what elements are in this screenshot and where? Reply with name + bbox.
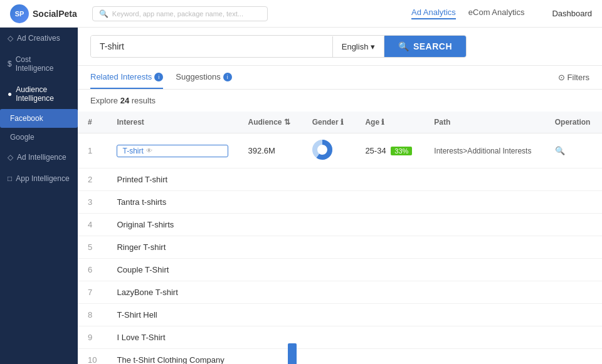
top-search-bar[interactable]: 🔍 Keyword, app name, package name, text.… bbox=[92, 6, 268, 21]
interest-cell: Tantra t-shirts bbox=[107, 191, 238, 214]
interest-cell: T-Shirt Hell bbox=[107, 304, 238, 326]
table-container: # Interest Audience ⇅ Gender ℹ Age ℹ Pat… bbox=[78, 112, 602, 364]
interest-cell: The t-Shirt Clothing Company bbox=[107, 349, 238, 365]
chevron-down-icon: ▾ bbox=[371, 42, 375, 51]
sidebar-label-app-intelligence: App Intelligence bbox=[16, 174, 69, 183]
interest-cell: Printed T-shirt bbox=[107, 169, 238, 191]
table-row: 3 Tantra t-shirts bbox=[78, 191, 602, 214]
sidebar-item-ad-intelligence[interactable]: ◇ Ad Intelligence bbox=[0, 147, 78, 168]
sidebar: ◇ Ad Creatives $ Cost Intelligence ● Aud… bbox=[0, 28, 78, 364]
row-num: 4 bbox=[78, 214, 107, 236]
sidebar-item-ad-creatives[interactable]: ◇ Ad Creatives bbox=[0, 28, 78, 49]
sidebar-item-cost-intelligence[interactable]: $ Cost Intelligence bbox=[0, 49, 78, 79]
search-op-icon[interactable]: 🔍 bbox=[555, 146, 565, 155]
row-num: 6 bbox=[78, 259, 107, 281]
table-row: 5 Ringer T-shirt bbox=[78, 236, 602, 259]
row-num: 10 bbox=[78, 349, 107, 365]
results-header: Explore 24 results bbox=[78, 90, 602, 112]
col-header-path: Path bbox=[424, 112, 544, 133]
language-selector[interactable]: English ▾ bbox=[332, 36, 385, 57]
filters-label: Filters bbox=[568, 73, 589, 82]
table-row: 2 Printed T-shirt bbox=[78, 169, 602, 191]
logo-text: SocialPeta bbox=[33, 9, 77, 19]
square-icon: □ bbox=[8, 174, 12, 183]
col-header-num: # bbox=[78, 112, 107, 133]
sidebar-label-audience-intelligence: Audience Intelligence bbox=[16, 85, 70, 103]
diamond-icon: ◇ bbox=[8, 34, 13, 43]
table-row: 8 T-Shirt Hell bbox=[78, 304, 602, 326]
row-num: 5 bbox=[78, 236, 107, 259]
tab-related-interests-label: Related Interests bbox=[90, 72, 152, 81]
content-area: English ▾ 🔍 SEARCH Related Interests i S… bbox=[78, 28, 602, 364]
search-section: English ▾ 🔍 SEARCH bbox=[78, 28, 602, 66]
sidebar-label-google: Google bbox=[10, 133, 34, 142]
search-icon: 🔍 bbox=[398, 41, 409, 51]
col-header-operation: Operation bbox=[545, 112, 602, 133]
sidebar-label-facebook: Facebook bbox=[10, 114, 43, 123]
filters-button[interactable]: ⊙ Filters bbox=[558, 73, 589, 82]
nav-links: Ad Analytics eCom Analytics bbox=[411, 8, 524, 19]
nav-ad-analytics[interactable]: Ad Analytics bbox=[411, 8, 456, 19]
main-layout: ◇ Ad Creatives $ Cost Intelligence ● Aud… bbox=[0, 28, 602, 364]
interest-cell: Ringer T-shirt bbox=[107, 236, 238, 259]
row-num: 8 bbox=[78, 304, 107, 326]
language-value: English bbox=[342, 42, 369, 51]
col-header-interest: Interest bbox=[107, 112, 238, 133]
table-row: 4 Original T-shirts bbox=[78, 214, 602, 236]
audience-value: 392.6M bbox=[238, 133, 302, 169]
interest-cell: Couple T-Shirt bbox=[107, 259, 238, 281]
search-button-label: SEARCH bbox=[413, 41, 452, 51]
row-num: 1 bbox=[78, 133, 107, 169]
sidebar-item-audience-intelligence[interactable]: ● Audience Intelligence bbox=[0, 79, 78, 109]
path-value: Interests>Additional Interests bbox=[424, 133, 544, 169]
interest-name: T-shirt bbox=[122, 147, 143, 155]
table-row: 6 Couple T-Shirt bbox=[78, 259, 602, 281]
logo: SP SocialPeta bbox=[10, 4, 77, 23]
table-row: 1 T-shirt 👁 392.6M bbox=[78, 133, 602, 169]
interest-cell: T-shirt 👁 bbox=[107, 133, 238, 169]
diamond2-icon: ◇ bbox=[8, 153, 13, 162]
search-button[interactable]: 🔍 SEARCH bbox=[384, 36, 466, 57]
tab-related-interests[interactable]: Related Interests i bbox=[90, 66, 163, 89]
row-num: 3 bbox=[78, 191, 107, 214]
tab-info-icon: i bbox=[154, 73, 163, 81]
age-value: 25-34 33% bbox=[355, 133, 424, 169]
logo-icon: SP bbox=[10, 4, 29, 23]
search-row: English ▾ 🔍 SEARCH bbox=[90, 35, 467, 58]
row-num: 2 bbox=[78, 169, 107, 191]
col-header-audience: Audience ⇅ bbox=[238, 112, 302, 133]
interest-cell: LazyBone T-shirt bbox=[107, 281, 238, 304]
sidebar-label-ad-creatives: Ad Creatives bbox=[17, 34, 60, 43]
table-row: 10 The t-Shirt Clothing Company bbox=[78, 349, 602, 365]
interests-table: # Interest Audience ⇅ Gender ℹ Age ℹ Pat… bbox=[78, 112, 602, 364]
top-search-placeholder: Keyword, app name, package name, text... bbox=[112, 10, 243, 18]
operation-cell[interactable]: 🔍 bbox=[545, 133, 602, 169]
tab-suggestions-label: Suggestions bbox=[176, 72, 221, 81]
tab-suggestions[interactable]: Suggestions i bbox=[176, 66, 232, 89]
interest-cell: I Love T-Shirt bbox=[107, 326, 238, 349]
col-header-gender: Gender ℹ bbox=[302, 112, 356, 133]
eye-icon: 👁 bbox=[146, 147, 152, 154]
interest-tag: T-shirt 👁 bbox=[117, 145, 228, 157]
sidebar-item-app-intelligence[interactable]: □ App Intelligence bbox=[0, 168, 78, 189]
bar-group: 25-34 bbox=[288, 343, 307, 364]
table-row: 9 I Love T-Shirt bbox=[78, 326, 602, 349]
row-num: 9 bbox=[78, 326, 107, 349]
table-row: 7 LazyBone T-shirt bbox=[78, 281, 602, 304]
nav-ecom-analytics[interactable]: eCom Analytics bbox=[468, 8, 525, 19]
sidebar-label-ad-intelligence: Ad Intelligence bbox=[17, 153, 66, 162]
search-input[interactable] bbox=[91, 36, 332, 57]
circle-icon: ● bbox=[8, 90, 12, 98]
search-icon-small: 🔍 bbox=[99, 9, 108, 18]
gender-donut bbox=[302, 133, 356, 169]
interest-cell: Original T-shirts bbox=[107, 214, 238, 236]
dollar-icon: $ bbox=[8, 60, 12, 68]
results-prefix: Explore bbox=[90, 96, 120, 105]
male-bar bbox=[288, 343, 297, 364]
sidebar-sub-facebook[interactable]: Facebook bbox=[0, 109, 78, 128]
col-header-age: Age ℹ bbox=[355, 112, 424, 133]
nav-dashboard[interactable]: Dashboard bbox=[552, 9, 592, 18]
sidebar-sub-google[interactable]: Google bbox=[0, 128, 78, 147]
tabs-row: Related Interests i Suggestions i ⊙ Filt… bbox=[78, 66, 602, 90]
tab-suggestions-info-icon: i bbox=[223, 73, 232, 81]
